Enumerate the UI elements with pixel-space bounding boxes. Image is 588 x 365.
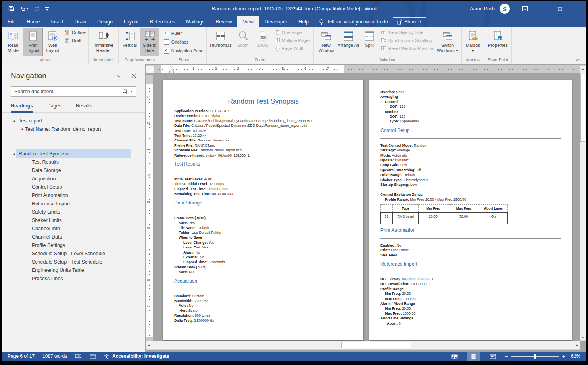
doc-section-heading[interactable]: Print Automation: [380, 227, 561, 233]
outline-button[interactable]: Outline: [63, 29, 87, 36]
web-layout-button[interactable]: Web Layout: [43, 28, 63, 56]
doc-line[interactable]: Auto: No: [174, 303, 352, 308]
close-button[interactable]: [569, 1, 586, 16]
arrange-all-button[interactable]: Arrange All: [337, 28, 359, 56]
hanging-indent-marker[interactable]: [170, 69, 173, 71]
web-layout-view-button[interactable]: [486, 352, 500, 361]
page-indicator[interactable]: Page 6 of 17: [8, 354, 35, 359]
minimize-button[interactable]: [534, 1, 551, 16]
switch-windows-button[interactable]: Switch Windows: [435, 28, 460, 56]
doc-line[interactable]: Min Freq: 20.00: [380, 291, 561, 296]
doc-line[interactable]: Enabled: No: [380, 243, 561, 248]
doc-line[interactable]: Spectral Smoothing: Off: [380, 168, 561, 172]
undo-button[interactable]: [20, 6, 29, 11]
doc-line[interactable]: Initial Test Level: -6 dB: [174, 177, 352, 182]
doc-line[interactable]: Overlap: None: [380, 90, 561, 94]
tab-references[interactable]: References: [144, 16, 181, 27]
print-layout-view-button[interactable]: [467, 352, 480, 361]
doc-line[interactable]: Standard: Custom: [174, 294, 352, 298]
doc-line[interactable]: Control Exclusion Zones: [380, 192, 561, 197]
accessibility-status[interactable]: Accessibility: Investigate: [104, 354, 169, 359]
doc-line[interactable]: Folder: Use Default Folder: [174, 230, 352, 235]
gridlines-checkbox[interactable]: Gridlines: [162, 39, 205, 45]
tab-developer[interactable]: Developer: [259, 16, 293, 27]
doc-line[interactable]: Print: Last Frame: [380, 248, 561, 252]
nav-tab-results[interactable]: Results: [76, 103, 92, 112]
doc-title[interactable]: Random Test Synopsis: [174, 97, 352, 106]
navigation-options-chevron-icon[interactable]: [117, 73, 122, 78]
read-mode-button[interactable]: Read Mode: [3, 28, 23, 56]
proofing-status-icon[interactable]: [75, 354, 82, 359]
properties-button[interactable]: S Properties: [486, 28, 510, 56]
nav-heading-item[interactable]: Channel Info: [2, 224, 145, 233]
split-button[interactable]: Split: [359, 28, 379, 56]
expand-collapse-icon[interactable]: [13, 120, 15, 122]
doc-line[interactable]: Loop Gain: Low: [380, 162, 561, 167]
search-icon[interactable]: [122, 89, 128, 95]
doc-line[interactable]: Remaining Test Time: 00:00:00.000: [174, 191, 352, 196]
doc-line[interactable]: UFF: victory_06Jun00_132556_1: [380, 277, 561, 281]
doc-line[interactable]: +Abort: 6: [380, 321, 561, 326]
nav-heading-item[interactable]: Shaker Limits: [2, 216, 145, 224]
doc-section-heading[interactable]: Data Storage: [174, 200, 352, 206]
macros-button[interactable]: Macros: [463, 28, 483, 56]
doc-line[interactable]: Profile File: RANRCT.pro: [174, 143, 352, 148]
doc-line[interactable]: Level Change: Yes: [174, 240, 352, 245]
doc-line[interactable]: SGT Files: [380, 253, 561, 258]
zoom-slider[interactable]: − +: [505, 353, 565, 359]
doc-line[interactable]: Monitor: [380, 109, 561, 114]
scroll-up-icon[interactable]: ▴: [580, 66, 586, 72]
read-mode-view-button[interactable]: [448, 352, 461, 361]
word-count[interactable]: 1087 words: [42, 354, 67, 359]
doc-line[interactable]: Schedule File: Random_demo_report.sch: [174, 148, 352, 153]
vertical-scrollbar-thumb[interactable]: [580, 74, 585, 142]
doc-line[interactable]: Elapsed Time: 5 seconds: [174, 260, 352, 264]
nav-heading-item[interactable]: Profile Settings: [2, 241, 145, 249]
doc-section-heading[interactable]: Control Setup: [380, 128, 561, 133]
zoom-slider-track[interactable]: [511, 356, 559, 357]
zoom-out-button[interactable]: −: [505, 353, 508, 359]
doc-line[interactable]: Bandwidth: 2000 Hz: [174, 298, 352, 303]
tab-insert[interactable]: Insert: [46, 16, 69, 27]
nav-heading-item[interactable]: Acquisition: [2, 174, 145, 183]
nav-heading-item[interactable]: Safety Limits: [2, 208, 145, 216]
macro-recording-icon[interactable]: [90, 354, 96, 359]
zoom-percentage[interactable]: 62%: [571, 354, 580, 359]
doc-line[interactable]: Time at Initial Level: 12 Loops: [174, 182, 352, 186]
draft-button[interactable]: Draft: [63, 37, 87, 44]
doc-section-heading[interactable]: Acquisition: [174, 278, 352, 284]
doc-line[interactable]: Test Time: 13:29:44: [174, 133, 352, 138]
doc-line[interactable]: Save: No: [174, 269, 352, 274]
avatar[interactable]: S: [500, 4, 510, 14]
nav-heading-item[interactable]: Data Storage: [2, 166, 145, 174]
doc-line[interactable]: Averaging: [380, 94, 561, 99]
nav-heading-item[interactable]: Test Results: [2, 158, 145, 166]
doc-line[interactable]: UFF Description: 1 x Chan 1: [380, 281, 561, 286]
tab-draw[interactable]: Draw: [69, 16, 92, 27]
expand-collapse-icon[interactable]: [13, 153, 15, 155]
doc-line[interactable]: File Name: Default: [174, 225, 352, 230]
nav-heading-item[interactable]: Control Setup: [2, 183, 145, 191]
tab-design[interactable]: Design: [92, 16, 118, 27]
nav-heading-item[interactable]: Schedule Setup - Level Schedule: [2, 249, 145, 258]
vertical-button[interactable]: Vertical: [120, 28, 140, 56]
doc-line[interactable]: Test Date: 10/16/25: [174, 128, 352, 133]
first-line-indent-marker[interactable]: [170, 66, 173, 68]
doc-line[interactable]: Elapsed Test Time: 00:00:02.000: [174, 187, 352, 191]
tab-layout[interactable]: Layout: [118, 16, 144, 27]
doc-line[interactable]: Type: Exponential: [380, 119, 561, 124]
exclusion-zones-table[interactable]: TypeMin FreqMax FreqAbort Lines01RMS Lev…: [380, 204, 508, 224]
zoom-slider-thumb[interactable]: [534, 354, 536, 359]
doc-line[interactable]: Strategy: Average: [380, 148, 561, 153]
document-page-left[interactable]: Random Test SynopsisApplication Version:…: [163, 80, 363, 340]
doc-line[interactable]: Reference Import: victory_06Jun00_132556…: [174, 153, 352, 158]
nav-heading-item[interactable]: Schedule Setup - Test Schedule: [2, 258, 145, 266]
nav-heading-item[interactable]: Print Automation: [2, 191, 145, 199]
nav-heading-item[interactable]: Channel Data: [2, 233, 145, 241]
doc-line[interactable]: Max Freq: 1000.00: [380, 311, 561, 316]
doc-line[interactable]: Min Freq: 20.00: [380, 306, 561, 311]
doc-line[interactable]: Resolution: 800 Lines: [174, 313, 352, 318]
doc-line[interactable]: Level End: Yes: [174, 245, 352, 250]
collapse-ribbon-button[interactable]: [577, 58, 580, 61]
doc-line[interactable]: External: No: [174, 255, 352, 260]
